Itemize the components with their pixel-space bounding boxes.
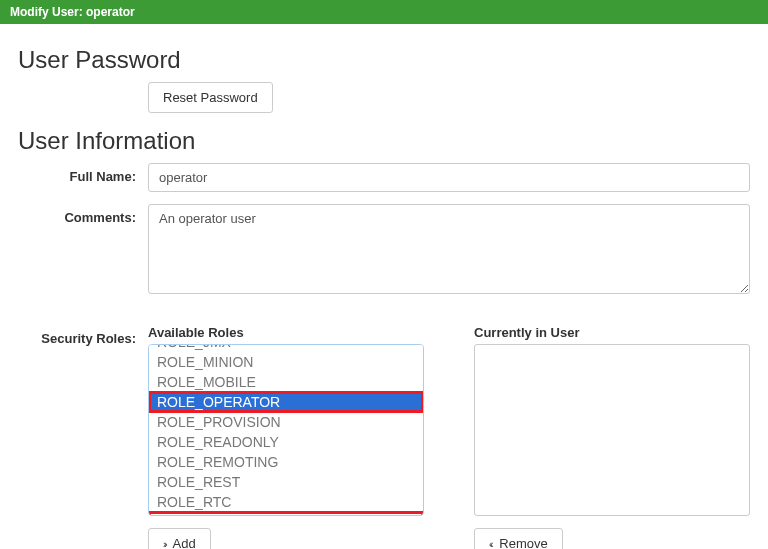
add-button-label: Add	[173, 536, 196, 549]
available-roles-listbox[interactable]: ROLE_JMXROLE_MINIONROLE_MOBILEROLE_OPERA…	[148, 344, 424, 516]
available-roles-inner: ROLE_JMXROLE_MINIONROLE_MOBILEROLE_OPERA…	[149, 344, 423, 516]
role-option[interactable]: ROLE_MINION	[149, 352, 423, 372]
add-button[interactable]: ›› Add	[148, 528, 211, 549]
security-roles-field: Available Roles ROLE_JMXROLE_MINIONROLE_…	[148, 325, 750, 549]
current-roles-label: Currently in User	[474, 325, 750, 340]
available-roles-col: Available Roles ROLE_JMXROLE_MINIONROLE_…	[148, 325, 424, 549]
role-option[interactable]: ROLE_PROVISION	[149, 412, 423, 432]
role-option[interactable]: ROLE_REMOTING	[149, 452, 423, 472]
empty-label	[18, 82, 148, 88]
role-option[interactable]: ROLE_REST	[149, 472, 423, 492]
full-name-input[interactable]	[148, 163, 750, 192]
current-roles-listbox[interactable]	[474, 344, 750, 516]
remove-button[interactable]: ‹‹ Remove	[474, 528, 563, 549]
full-name-row: Full Name:	[18, 163, 750, 192]
available-roles-label: Available Roles	[148, 325, 424, 340]
remove-button-row: ‹‹ Remove	[474, 528, 750, 549]
role-option[interactable]: ROLE_JMX	[149, 344, 423, 352]
reset-password-row: Reset Password	[18, 82, 750, 113]
role-option[interactable]: ROLE_RTC	[149, 492, 423, 512]
add-button-row: ›› Add	[148, 528, 424, 549]
section-user-password: User Password	[18, 46, 750, 74]
page-header: Modify User: operator	[0, 0, 768, 24]
role-option[interactable]: ROLE_MOBILE	[149, 372, 423, 392]
security-roles-row: Security Roles: Available Roles ROLE_JMX…	[18, 325, 750, 549]
role-option[interactable]: ROLE_READONLY	[149, 432, 423, 452]
add-arrow-icon: ››	[163, 539, 166, 549]
comments-row: Comments:	[18, 204, 750, 297]
content-area: User Password Reset Password User Inform…	[0, 24, 768, 549]
comments-field-wrap	[148, 204, 750, 297]
remove-arrow-icon: ‹‹	[489, 539, 492, 549]
security-roles-label: Security Roles:	[18, 325, 148, 346]
comments-textarea[interactable]	[148, 204, 750, 294]
full-name-label: Full Name:	[18, 163, 148, 184]
current-roles-col: Currently in User ‹‹ Remove	[474, 325, 750, 549]
full-name-field-wrap	[148, 163, 750, 192]
role-option[interactable]: ROLE_STAGE	[149, 512, 423, 516]
section-user-information: User Information	[18, 127, 750, 155]
remove-button-label: Remove	[499, 536, 547, 549]
roles-columns: Available Roles ROLE_JMXROLE_MINIONROLE_…	[148, 325, 750, 549]
reset-password-field: Reset Password	[148, 82, 750, 113]
page-header-title: Modify User: operator	[10, 5, 135, 19]
role-option[interactable]: ROLE_OPERATOR	[149, 392, 423, 412]
reset-password-button[interactable]: Reset Password	[148, 82, 273, 113]
comments-label: Comments:	[18, 204, 148, 225]
